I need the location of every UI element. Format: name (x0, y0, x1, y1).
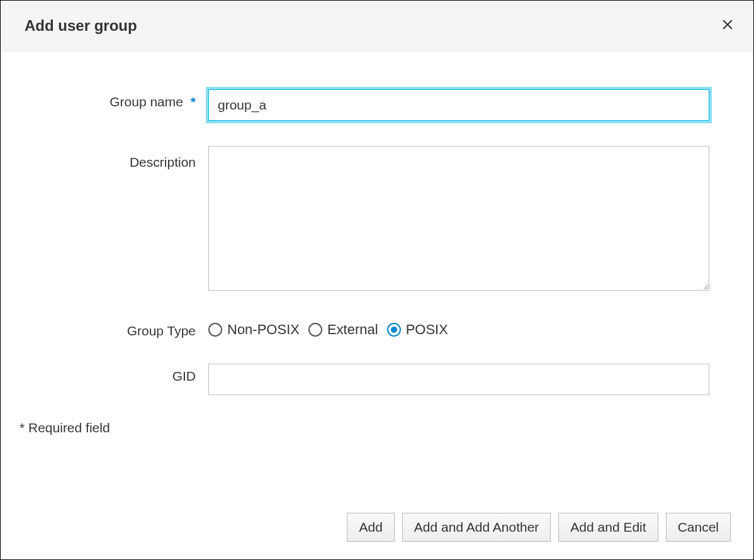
description-textarea[interactable] (208, 146, 709, 291)
description-row: Description (20, 146, 728, 293)
gid-row: GID (20, 364, 728, 395)
gid-label-col: GID (20, 364, 208, 384)
radio-circle-icon (208, 323, 222, 337)
group-name-row: Group name * (20, 89, 728, 121)
group-type-control-col: Non-POSIX External POSIX (208, 318, 728, 338)
radio-circle-icon (308, 323, 322, 337)
gid-label: GID (172, 369, 196, 383)
add-button[interactable]: Add (347, 513, 394, 542)
gid-input[interactable] (208, 364, 709, 395)
modal-header: Add user group (1, 1, 753, 52)
add-and-add-another-button[interactable]: Add and Add Another (402, 513, 551, 542)
close-button[interactable] (719, 16, 736, 36)
group-name-input[interactable] (208, 89, 709, 121)
required-field-note: * Required field (20, 420, 728, 435)
group-name-label-col: Group name * (20, 89, 208, 109)
description-label: Description (130, 155, 196, 169)
close-icon (719, 16, 736, 33)
group-name-label: Group name (110, 94, 183, 109)
modal-body: Group name * Description Group Type (1, 52, 753, 500)
group-type-radio-group: Non-POSIX External POSIX (208, 318, 709, 338)
description-label-col: Description (20, 146, 208, 170)
add-user-group-modal: Add user group Group name * Description (0, 0, 754, 560)
radio-nonposix[interactable]: Non-POSIX (208, 322, 300, 338)
add-and-edit-button[interactable]: Add and Edit (558, 513, 658, 542)
group-type-label-col: Group Type (20, 318, 208, 339)
radio-dot-icon (391, 327, 397, 333)
description-control-col (208, 146, 728, 293)
radio-circle-checked-icon (387, 323, 401, 337)
radio-external[interactable]: External (308, 322, 378, 338)
radio-posix[interactable]: POSIX (387, 322, 448, 338)
radio-external-label: External (327, 322, 378, 338)
radio-nonposix-label: Non-POSIX (227, 322, 300, 338)
group-name-control-col (208, 89, 728, 121)
group-type-label: Group Type (127, 323, 196, 338)
radio-posix-label: POSIX (406, 322, 448, 338)
cancel-button[interactable]: Cancel (666, 513, 731, 542)
required-asterisk: * (191, 94, 196, 109)
modal-title: Add user group (25, 17, 137, 35)
modal-footer: Add Add and Add Another Add and Edit Can… (1, 500, 753, 559)
group-type-row: Group Type Non-POSIX External (20, 318, 728, 339)
gid-control-col (208, 364, 728, 395)
